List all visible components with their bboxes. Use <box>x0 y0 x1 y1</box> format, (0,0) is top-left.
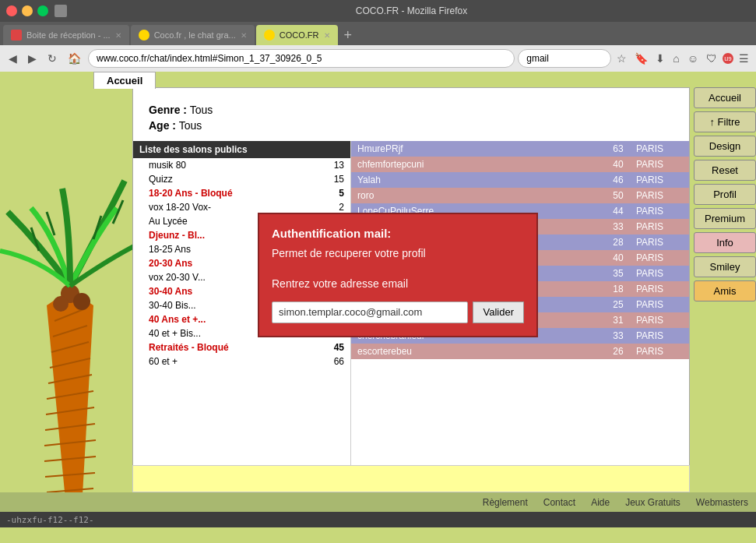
home-button[interactable]: 🏠 <box>64 49 85 68</box>
palm-tree <box>0 72 148 512</box>
minimize-button[interactable] <box>22 5 33 16</box>
contact-link[interactable]: Contact <box>543 497 575 508</box>
amis-button[interactable]: Amis <box>694 280 756 301</box>
tab-label-gmail: Boite de réception - ... <box>26 30 111 40</box>
status-bar: -uhzxfu-f12--f12- <box>0 512 756 527</box>
reglement-link[interactable]: Règlement <box>483 497 528 508</box>
email-input[interactable] <box>272 301 468 323</box>
bookmark-icon[interactable]: 🔖 <box>632 51 650 66</box>
svg-point-15 <box>53 296 69 312</box>
coco-icon-2 <box>264 30 275 41</box>
close-button[interactable] <box>6 5 17 16</box>
addon-badge[interactable]: u9 <box>723 53 733 64</box>
star-icon[interactable]: ☆ <box>614 51 629 66</box>
accueil-tab-label: Accueil <box>107 75 142 86</box>
modal-desc-text: Permet de recuperer votre profil <box>272 247 426 259</box>
menu-icon[interactable]: ☰ <box>737 51 751 66</box>
search-bar[interactable] <box>518 49 611 68</box>
tab-close-coco2[interactable]: ✕ <box>324 31 330 40</box>
accueil-button[interactable]: Accueil <box>694 87 756 108</box>
webmasters-link[interactable]: Webmasters <box>696 497 748 508</box>
modal-description: Permet de recuperer votre profil Rentrez… <box>272 246 524 292</box>
download-icon[interactable]: ⬇ <box>653 51 667 66</box>
svg-point-14 <box>73 293 90 310</box>
modal-input-row: Valider <box>272 301 524 323</box>
modal-title: Authentification mail: <box>272 227 524 240</box>
auth-modal: Authentification mail: Permet de recuper… <box>258 213 538 337</box>
sidebar: Accueil ↑ Filtre Design Reset Profil Pre… <box>694 87 756 301</box>
coco-icon-1 <box>139 30 149 41</box>
accueil-tab[interactable]: Accueil <box>93 72 156 89</box>
browser-icon <box>55 5 67 17</box>
url-bar[interactable] <box>88 49 515 68</box>
window-title: COCO.FR - Mozilla Firefox <box>73 5 750 16</box>
new-tab-button[interactable]: + <box>339 27 357 44</box>
forward-button[interactable]: ▶ <box>24 49 40 68</box>
submit-button[interactable]: Valider <box>473 301 524 323</box>
premium-button[interactable]: Premium <box>694 208 756 229</box>
shield-icon[interactable]: 🛡 <box>704 51 719 66</box>
info-button[interactable]: Info <box>694 232 756 253</box>
aide-link[interactable]: Aide <box>591 497 610 508</box>
maximize-button[interactable] <box>37 5 48 16</box>
window-controls[interactable] <box>6 5 48 16</box>
nav-bar: ◀ ▶ ↻ 🏠 ☆ 🔖 ⬇ ⌂ ☺ 🛡 u9 ☰ <box>0 45 756 72</box>
tab-gmail[interactable]: Boite de réception - ... ✕ <box>3 25 129 45</box>
reset-button[interactable]: Reset <box>694 160 756 181</box>
tab-coco1[interactable]: Coco.fr , le chat gra... ✕ <box>131 25 255 45</box>
design-button[interactable]: Design <box>694 136 756 157</box>
smiley-button[interactable]: Smiley <box>694 256 756 277</box>
back-button[interactable]: ◀ <box>5 49 21 68</box>
house-icon[interactable]: ⌂ <box>670 51 681 66</box>
gmail-icon <box>11 30 22 41</box>
reload-button[interactable]: ↻ <box>44 49 61 68</box>
modal-overlay: Authentification mail: Permet de recuper… <box>133 88 689 495</box>
tab-label-coco1: Coco.fr , le chat gra... <box>154 30 236 40</box>
status-text: -uhzxfu-f12--f12- <box>6 515 94 525</box>
title-bar: COCO.FR - Mozilla Firefox <box>0 0 756 22</box>
tab-coco2[interactable]: COCO.FR ✕ <box>256 25 338 45</box>
modal-input-label: Rentrez votre adresse email <box>272 277 408 290</box>
emoji-icon[interactable]: ☺ <box>685 51 701 66</box>
tabs-bar: Boite de réception - ... ✕ Coco.fr , le … <box>0 22 756 45</box>
tab-close-gmail[interactable]: ✕ <box>115 31 121 40</box>
main-content: Genre : Tous Age : Tous Liste des salons… <box>132 87 690 496</box>
nav-icons: ☆ 🔖 ⬇ ⌂ ☺ 🛡 u9 ☰ <box>614 51 751 66</box>
profil-button[interactable]: Profil <box>694 184 756 205</box>
jeux-link[interactable]: Jeux Gratuits <box>625 497 680 508</box>
filtre-button[interactable]: ↑ Filtre <box>694 111 756 132</box>
tab-close-coco1[interactable]: ✕ <box>241 31 247 40</box>
tab-label-coco2: COCO.FR <box>280 30 319 40</box>
page-content: Accueil Genre : Tous Age : Tous Liste de… <box>0 72 756 512</box>
